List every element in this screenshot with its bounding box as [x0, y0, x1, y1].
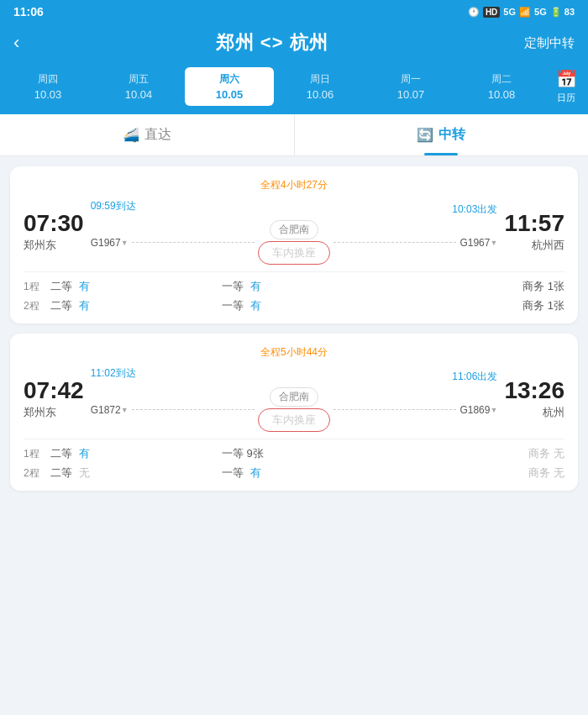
arrive-station-1: 杭州西 — [504, 238, 564, 253]
header-title: 郑州 <> 杭州 — [216, 30, 328, 55]
line-dashes-right-2 — [333, 409, 456, 410]
seat-rows-2: 1程 二等 有 一等 9张 商务 无 2程 二等 无 一等 有 — [24, 439, 564, 481]
depart-station-2: 郑州东 — [24, 405, 84, 420]
tab-direct[interactable]: 🚄 直达 — [0, 114, 295, 155]
arrive-time-1: 09:59到达 — [91, 199, 136, 213]
depart-block-2: 07:42 郑州东 — [24, 379, 84, 420]
train-connector-1: 09:59到达 10:03出发 G1967 ▼ 合肥南 车内换座 — [84, 199, 505, 265]
leg2-depart-time-1: 10:03出发 — [452, 202, 497, 217]
seat-row-2-2: 2程 二等 无 一等 有 商务 无 — [24, 465, 564, 481]
depart-block-1: 07:30 郑州东 — [24, 212, 84, 253]
depart-time-1: 07:30 — [24, 212, 84, 235]
train-no-leg1-2: G1872 ▼ — [91, 404, 129, 416]
date-tab-sat[interactable]: 周六 10.05 — [185, 67, 274, 106]
train-no-leg1-1: G1967 ▼ — [91, 237, 129, 249]
total-duration-1: 全程4小时27分 — [24, 178, 564, 192]
transfer-station-2: 合肥南 — [270, 387, 318, 407]
status-icons: 🕐 HD 5G 📶 5G 🔋 83 — [468, 7, 575, 18]
header: ‹ 郑州 <> 杭州 定制中转 — [0, 22, 588, 67]
content: 全程4小时27分 07:30 郑州东 09:59到达 10:03出发 — [0, 156, 588, 501]
back-button[interactable]: ‹ — [13, 32, 19, 54]
train-no-leg2-2: G1869 ▼ — [459, 404, 497, 416]
seat-row-1-1: 1程 二等 有 一等 有 商务 1张 — [24, 279, 564, 294]
train-card-1: 全程4小时27分 07:30 郑州东 09:59到达 10:03出发 — [10, 166, 578, 323]
train-no-leg2-1: G1967 ▼ — [459, 237, 497, 249]
train-main-1: 07:30 郑州东 09:59到达 10:03出发 G1967 — [24, 199, 564, 265]
leg2-depart-time-2: 11:06出发 — [452, 370, 497, 384]
total-duration-2: 全程5小时44分 — [24, 345, 564, 360]
date-tabs: 周四 10.03 周五 10.04 周六 10.05 周日 10.06 周一 1… — [0, 67, 588, 114]
arrive-time-2: 11:02到达 — [91, 366, 136, 381]
status-bar: 11:06 🕐 HD 5G 📶 5G 🔋 83 — [0, 0, 588, 22]
line-dashes-left-1 — [132, 242, 255, 243]
seat-rows-1: 1程 二等 有 一等 有 商务 1张 2程 二等 有 一等 有 — [24, 271, 564, 313]
calendar-icon: 📅 — [556, 69, 577, 89]
date-tab-fri[interactable]: 周五 10.04 — [94, 67, 183, 106]
tab-transfer[interactable]: 🔄 中转 — [295, 114, 589, 155]
depart-time-2: 07:42 — [24, 379, 84, 402]
custom-transfer-label[interactable]: 定制中转 — [524, 35, 575, 51]
line-dashes-right-1 — [333, 242, 456, 243]
date-tab-mon[interactable]: 周一 10.07 — [366, 67, 455, 106]
transfer-icon: 🔄 — [417, 127, 433, 143]
arrive-block-2: 13:26 杭州 — [504, 379, 564, 420]
date-tab-thu[interactable]: 周四 10.03 — [3, 67, 92, 106]
arrive-block-1: 11:57 杭州西 — [504, 212, 564, 253]
seat-row-1-2: 2程 二等 有 一等 有 商务 1张 — [24, 298, 564, 313]
train-icon: 🚄 — [123, 127, 139, 143]
arrive-station-2: 杭州 — [504, 405, 564, 420]
change-seat-btn-1[interactable]: 车内换座 — [258, 241, 330, 265]
status-time: 11:06 — [13, 5, 44, 18]
seat-row-2-1: 1程 二等 有 一等 9张 商务 无 — [24, 446, 564, 461]
change-seat-btn-2[interactable]: 车内换座 — [258, 408, 330, 432]
line-dashes-left-2 — [132, 409, 255, 410]
depart-station-1: 郑州东 — [24, 238, 84, 253]
date-tab-sun[interactable]: 周日 10.06 — [276, 67, 365, 106]
train-card-2: 全程5小时44分 07:42 郑州东 11:02到达 11:06出发 G1872 — [10, 334, 578, 491]
tab-bar: 🚄 直达 🔄 中转 — [0, 114, 588, 156]
date-tab-tue[interactable]: 周二 10.08 — [457, 67, 546, 106]
transfer-station-1: 合肥南 — [270, 220, 318, 239]
arrive-time-display-1: 11:57 — [504, 212, 564, 235]
train-main-2: 07:42 郑州东 11:02到达 11:06出发 G1872 ▼ — [24, 366, 564, 432]
arrive-time-display-2: 13:26 — [504, 379, 564, 402]
calendar-button[interactable]: 📅 日历 — [548, 69, 585, 104]
train-connector-2: 11:02到达 11:06出发 G1872 ▼ 合肥南 车内换座 — [84, 366, 505, 432]
